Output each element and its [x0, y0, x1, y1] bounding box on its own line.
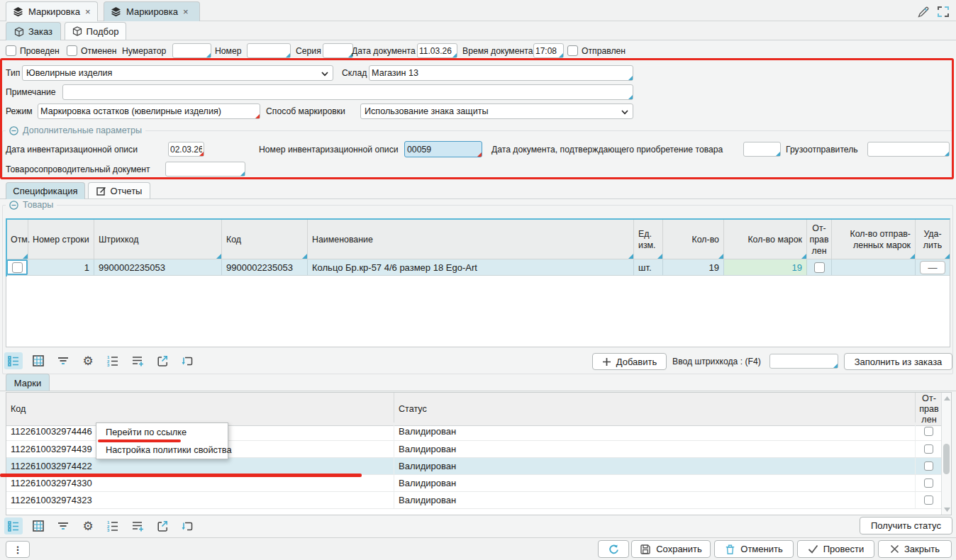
- delete-row-button[interactable]: —: [920, 261, 945, 274]
- sent-label: Отправлен: [582, 44, 626, 58]
- marks-toolbar: ⚙ 123: [4, 517, 196, 534]
- marks-row[interactable]: 1122610032974323 Валидирован: [6, 492, 951, 509]
- mark-sent-checkbox[interactable]: [924, 444, 933, 454]
- doc-date-field: [417, 43, 457, 58]
- open-external-icon[interactable]: [153, 352, 172, 369]
- settings-gear-icon[interactable]: ⚙: [79, 517, 97, 534]
- mark-sent-checkbox[interactable]: [924, 478, 933, 488]
- mark-code: 1122610032974330: [6, 475, 394, 491]
- col-mark-code[interactable]: Код: [6, 393, 394, 425]
- row-mark-checkbox[interactable]: [12, 262, 23, 273]
- doc-date-input[interactable]: [418, 44, 457, 57]
- svg-text:3: 3: [107, 528, 110, 532]
- col-marks-qty[interactable]: Кол-во марок: [724, 220, 807, 259]
- tab-marks[interactable]: Марки: [6, 374, 50, 391]
- numerator-label: Нумератор: [122, 44, 166, 58]
- cancelled-checkbox[interactable]: [67, 45, 77, 56]
- tab-specification[interactable]: Спецификация: [6, 182, 85, 199]
- numerator-input[interactable]: [173, 44, 211, 57]
- settings-gear-icon[interactable]: ⚙: [79, 352, 97, 369]
- tab-reports[interactable]: Отчеты: [88, 182, 150, 198]
- row-sent-checkbox[interactable]: [814, 262, 825, 273]
- add-lines-icon[interactable]: [128, 517, 147, 534]
- add-button[interactable]: Добавить: [592, 353, 667, 370]
- scroll-up-icon[interactable]: [942, 393, 952, 403]
- fill-from-order-button[interactable]: Заполнить из заказа: [844, 353, 952, 370]
- mark-sent-checkbox[interactable]: [924, 461, 933, 471]
- scroll-down-icon[interactable]: [942, 504, 952, 515]
- number-field: [247, 43, 291, 58]
- doc-tab-1[interactable]: Маркировка ×: [6, 1, 98, 21]
- col-name[interactable]: Наименование: [308, 220, 634, 259]
- vertical-scrollbar[interactable]: [941, 393, 951, 515]
- cancel-button[interactable]: Отменить: [714, 540, 794, 558]
- save-button[interactable]: Сохранить: [631, 540, 711, 558]
- tab-selection[interactable]: Подбор: [65, 22, 126, 40]
- close-tab-icon[interactable]: ×: [85, 6, 91, 17]
- mark-sent-checkbox[interactable]: [924, 427, 933, 436]
- refresh-button[interactable]: [598, 540, 629, 558]
- ellipsis-icon: ⋮: [13, 544, 23, 555]
- col-qty[interactable]: Кол-во: [663, 220, 724, 259]
- get-status-button[interactable]: Получить статус: [860, 517, 952, 534]
- row-sent-marks-qty: [832, 259, 916, 275]
- more-actions-button[interactable]: ⋮: [6, 541, 30, 558]
- barcode-entry-input[interactable]: [770, 354, 838, 368]
- cube-icon: [14, 27, 24, 37]
- col-line-number[interactable]: Номер строки: [28, 220, 94, 259]
- number-input[interactable]: [248, 44, 290, 57]
- refresh-loop-icon[interactable]: [178, 352, 196, 369]
- doc-tab-2[interactable]: Маркировка ×: [104, 1, 200, 21]
- col-barcode[interactable]: Штрихкод: [94, 220, 222, 259]
- row-sent-cell: [807, 259, 832, 275]
- menu-item-property-policy[interactable]: Настройка политики свойства: [96, 441, 228, 459]
- tab-selection-label: Подбор: [87, 26, 119, 37]
- post-button[interactable]: Провести: [797, 540, 874, 558]
- grid-view-icon[interactable]: [29, 352, 48, 369]
- filter-icon[interactable]: [54, 352, 72, 369]
- col-code[interactable]: Код: [222, 220, 308, 259]
- grid-view-icon[interactable]: [29, 517, 48, 534]
- series-field: [323, 43, 353, 58]
- col-delete[interactable]: Уда- лить: [916, 220, 950, 259]
- mark-sent-checkbox[interactable]: [924, 495, 933, 505]
- list-view-icon[interactable]: [4, 517, 23, 534]
- col-unit[interactable]: Ед. изм.: [634, 220, 663, 259]
- tab-order[interactable]: Заказ: [6, 22, 61, 40]
- refresh-loop-icon[interactable]: [178, 517, 196, 534]
- collapse-icon[interactable]: [9, 201, 18, 210]
- posted-checkbox[interactable]: [6, 45, 16, 56]
- row-qty: 19: [663, 259, 724, 275]
- numerator-field: [172, 43, 211, 58]
- sent-checkbox[interactable]: [567, 45, 578, 56]
- goods-table-row[interactable]: 1 9900002235053 9900002235053 Кольцо Бр.…: [6, 259, 950, 276]
- numbered-list-icon[interactable]: 123: [104, 517, 122, 534]
- col-sent[interactable]: От- прав лен: [807, 220, 832, 259]
- marks-row-selected[interactable]: 1122610032974422 Валидирован: [6, 458, 951, 475]
- scrollbar-thumb[interactable]: [943, 444, 950, 474]
- close-button[interactable]: Закрыть: [878, 540, 952, 558]
- close-tab-icon[interactable]: ×: [183, 6, 189, 17]
- report-edit-icon: [96, 186, 106, 196]
- mark-status: Валидирован: [394, 492, 916, 508]
- posted-label: Проведен: [20, 44, 60, 58]
- annotation-underline-row: [0, 474, 362, 477]
- numbered-list-icon[interactable]: 123: [104, 352, 122, 369]
- filter-icon[interactable]: [54, 517, 72, 534]
- open-external-icon[interactable]: [153, 517, 172, 534]
- menu-item-follow-link[interactable]: Перейти по ссылке: [96, 423, 228, 441]
- add-lines-icon[interactable]: [128, 352, 147, 369]
- edit-pencil-icon[interactable]: [916, 4, 931, 20]
- cube-icon: [72, 26, 82, 36]
- row-mark-cell[interactable]: [6, 259, 28, 275]
- save-icon: [640, 544, 651, 555]
- col-mark[interactable]: Отм.: [6, 220, 28, 259]
- col-sent-marks-qty[interactable]: Кол-во отправ- ленных марок: [832, 220, 916, 259]
- col-mark-status[interactable]: Статус: [394, 393, 916, 425]
- arrange-windows-icon[interactable]: [936, 6, 950, 18]
- col-mark-sent[interactable]: От- прав лен: [916, 393, 943, 425]
- marks-row[interactable]: 1122610032974330 Валидирован: [6, 475, 951, 492]
- list-view-icon[interactable]: [4, 352, 23, 369]
- barcode-entry-label: Ввод штрихкода : (F4): [672, 354, 761, 369]
- mark-code: 1122610032974323: [6, 492, 394, 508]
